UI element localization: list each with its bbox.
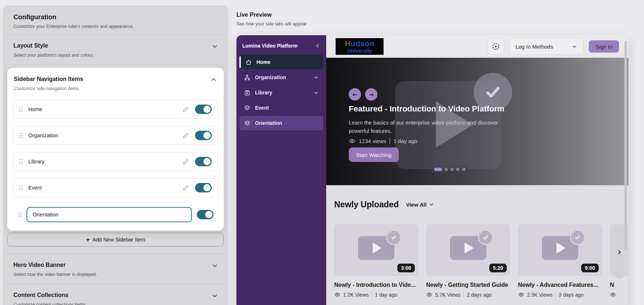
screen: Configuration Customize your Enterprise …	[0, 0, 644, 305]
visibility-toggle[interactable]	[195, 183, 212, 192]
eye-icon	[610, 292, 616, 298]
section-hero-video-banner[interactable]: Hero Video Banner Select how the video b…	[4, 254, 227, 284]
video-title: Newly - Advanced Features...	[518, 282, 602, 288]
content-collections-title: Content Collections	[13, 292, 218, 298]
edit-pencil-icon[interactable]	[183, 158, 189, 165]
preview-main: Hudson University Log In Methods Sign In	[326, 35, 628, 305]
drag-handle-icon[interactable]	[19, 133, 23, 138]
preview-nav-label: Orientation	[255, 120, 282, 126]
video-card[interactable]: 9:00 Newly - Advanced Features... 2.3K V…	[518, 224, 602, 298]
start-watching-button[interactable]: Start Watching	[349, 147, 399, 162]
chevron-down-icon[interactable]	[211, 43, 218, 50]
newly-uploaded-section: Newly Uploaded View All	[326, 185, 628, 305]
live-preview-subtitle: See how your side tabs will appear	[236, 21, 307, 27]
preview-nav-event[interactable]: Event	[239, 101, 323, 115]
eye-icon	[518, 292, 524, 298]
duration-badge: 9:00	[581, 264, 599, 272]
visibility-toggle[interactable]	[195, 157, 212, 166]
check-circle-icon	[570, 230, 585, 245]
layers-icon	[244, 120, 251, 127]
chevron-down-icon[interactable]	[211, 292, 218, 300]
chevron-down-icon	[571, 44, 578, 50]
video-card[interactable]: 5:20 Newly - Getting Started Guide 5.7K …	[426, 224, 510, 298]
brand-name: Lumina Video Platform	[242, 43, 297, 49]
visibility-toggle[interactable]	[197, 210, 214, 219]
duration-badge: 3:00	[397, 264, 415, 272]
nav-item-row-editing	[13, 204, 218, 225]
chevron-down-icon	[429, 202, 434, 207]
eye-icon	[349, 138, 356, 145]
sidebar-items-subtitle: Customize side navigation items.	[14, 86, 218, 91]
video-posted: 3 days ago	[559, 292, 584, 298]
preview-nav-organization[interactable]: Organization	[239, 70, 323, 85]
chevron-up-icon[interactable]	[210, 76, 217, 83]
add-new-sidebar-item-button[interactable]: + Add New Sidebar Item	[7, 233, 224, 247]
video-thumbnail: 5:20	[426, 224, 510, 276]
view-all-label: View All	[406, 202, 427, 208]
nav-item-label: Organization	[28, 133, 58, 138]
visibility-toggle[interactable]	[195, 131, 212, 140]
carousel-dots	[431, 166, 469, 173]
drag-handle-icon[interactable]	[19, 159, 23, 164]
preview-brand-row: Lumina Video Platform	[236, 35, 326, 54]
preview-topbar: Hudson University Log In Methods Sign In	[326, 35, 628, 58]
chevron-down-icon[interactable]	[211, 262, 218, 269]
chevron-down-icon[interactable]	[313, 90, 319, 95]
edit-pencil-icon[interactable]	[183, 184, 189, 191]
carousel-next-button[interactable]: →	[365, 88, 377, 101]
video-card-list: 3:00 Newly - Introduction to Vide... 1.2…	[334, 224, 628, 298]
video-title: N	[610, 282, 628, 288]
drag-handle-icon[interactable]	[19, 107, 23, 112]
featured-hero-banner: ← → Featured - Introduction to Video Pla…	[326, 58, 628, 185]
live-preview-header: Live Preview See how your side tabs will…	[236, 12, 307, 27]
featured-video-title: Featured - Introduction to Video Platfor…	[349, 104, 505, 114]
carousel-dot-active[interactable]	[434, 168, 442, 171]
watch-history-button[interactable]	[487, 38, 504, 55]
edit-pencil-icon[interactable]	[183, 132, 189, 139]
video-title: Newly - Getting Started Guide	[426, 282, 510, 288]
section-layout-style[interactable]: Layout Style Select your platform's layo…	[4, 35, 227, 65]
chevron-down-icon[interactable]	[313, 75, 319, 80]
video-card[interactable]: 3:00 Newly - Introduction to Vide... 1.2…	[334, 224, 418, 298]
hero-banner-title: Hero Video Banner	[13, 262, 218, 268]
carousel-prev-button[interactable]: ←	[349, 88, 361, 101]
view-all-dropdown[interactable]: View All	[406, 202, 434, 208]
drag-handle-icon[interactable]	[19, 185, 23, 190]
video-meta: 5.7K Views 2 days ago	[426, 292, 510, 298]
meta-divider	[555, 292, 556, 297]
sidebar-collapse-icon[interactable]	[315, 43, 320, 49]
carousel-dot[interactable]	[445, 168, 448, 171]
carousel-dot[interactable]	[462, 168, 465, 171]
play-icon	[556, 243, 566, 253]
video-posted: 1 day ago	[375, 292, 397, 298]
video-views: 2.3K Views	[527, 292, 552, 298]
preview-nav-home[interactable]: Home	[239, 55, 323, 69]
nav-item-edit-input[interactable]	[27, 207, 192, 222]
play-icon	[465, 243, 474, 253]
visibility-toggle[interactable]	[195, 105, 212, 114]
layout-style-subtitle: Select your platform's layout and colors…	[13, 53, 218, 58]
nav-item-row-home: Home	[13, 100, 218, 119]
edit-pencil-icon[interactable]	[183, 106, 189, 113]
cards-scroll-next-button[interactable]	[615, 225, 624, 279]
sign-in-button[interactable]: Sign In	[589, 40, 619, 53]
preview-scrollbar[interactable]	[624, 41, 627, 249]
hudson-university-logo: Hudson University	[336, 38, 384, 55]
featured-video-meta: 1234 views 1 day ago	[349, 138, 417, 145]
check-circle-icon	[478, 230, 493, 245]
carousel-dot[interactable]	[456, 168, 459, 171]
preview-nav-orientation[interactable]: Orientation	[239, 116, 323, 130]
login-methods-dropdown[interactable]: Log In Methods	[509, 38, 584, 55]
sidebar-items-title: Sidebar Navigation Items	[14, 76, 218, 82]
eye-icon	[334, 292, 340, 298]
drag-handle-icon[interactable]	[18, 212, 21, 217]
section-content-collections[interactable]: Content Collections Customize content co…	[4, 284, 227, 305]
carousel-dot[interactable]	[450, 168, 454, 171]
meta-divider	[389, 138, 390, 144]
featured-views: 1234 views	[359, 138, 386, 144]
preview-nav-library[interactable]: Library	[239, 85, 323, 100]
page-title: Configuration	[13, 13, 218, 21]
newly-uploaded-title: Newly Uploaded	[334, 200, 399, 210]
featured-posted: 1 day ago	[393, 138, 417, 144]
nav-item-row-organization: Organization	[13, 126, 218, 145]
